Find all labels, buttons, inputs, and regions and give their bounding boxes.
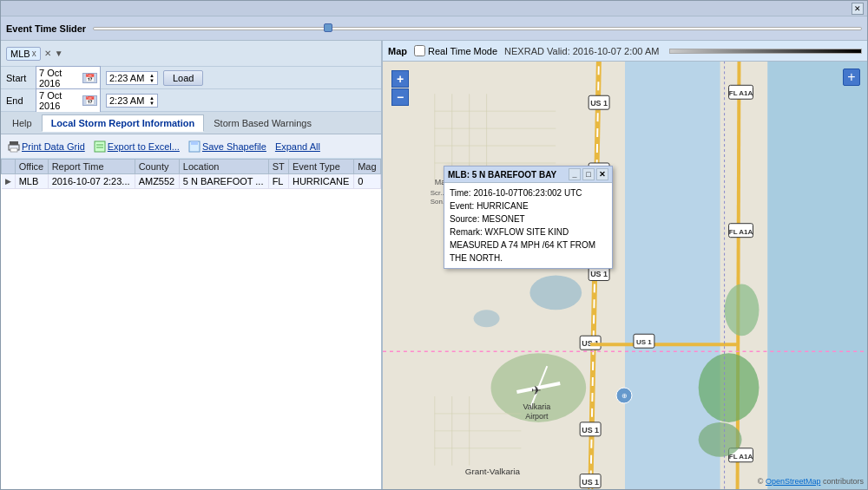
svg-rect-9 (383, 62, 660, 489)
svg-text:FL A1A: FL A1A (729, 89, 753, 97)
data-table-container: Office Report Time County Location ST Ev… (1, 159, 381, 489)
end-label: End (6, 95, 30, 106)
svg-text:✈: ✈ (531, 383, 542, 397)
popup-title-text: MLB: 5 N BAREFOOT BAY (448, 170, 556, 180)
start-row: Start 7 Oct 2016 📅 2:23 AM ▲▼ Load (1, 67, 381, 89)
svg-rect-3 (95, 141, 105, 152)
openstreetmap-link[interactable]: OpenStreetMap (766, 477, 821, 486)
col-event-type: Event Type (288, 160, 353, 174)
svg-point-47 (474, 310, 500, 327)
map-attribution: © OpenStreetMap contributors (758, 477, 864, 486)
popup-event: Event: HURRICANE (450, 199, 607, 212)
popup-close[interactable]: ✕ (596, 168, 608, 180)
popup-controls: _ □ ✕ (569, 168, 608, 180)
col-office: Office (15, 160, 48, 174)
slider-bar: Event Time Slider (1, 16, 867, 41)
col-county: County (135, 160, 179, 174)
expand-label: Expand All (275, 141, 320, 152)
mlb-dropdown-btn[interactable]: ▼ (55, 49, 63, 58)
print-button[interactable]: Print Data Grid (4, 139, 89, 154)
export-icon (94, 140, 106, 153)
tabs-row: Help Local Storm Report Information Stor… (1, 112, 381, 134)
right-panel: Map Real Time Mode NEXRAD Valid: 2016-10… (383, 41, 867, 489)
data-table: Office Report Time County Location ST Ev… (1, 159, 381, 189)
svg-text:Airport: Airport (525, 412, 549, 421)
svg-text:US 1: US 1 (590, 99, 608, 108)
row-location: 5 N BAREFOOT ... (179, 174, 268, 189)
row-report-time: 2016-10-07 2:23... (48, 174, 135, 189)
save-icon (188, 140, 201, 153)
tab-storm-warnings[interactable]: Storm Based Warnings (204, 114, 321, 131)
svg-text:⊕: ⊕ (621, 392, 628, 400)
row-mag: 0 (354, 174, 381, 189)
svg-point-38 (699, 353, 760, 422)
real-time-label: Real Time Mode (428, 46, 497, 56)
print-label: Print Data Grid (22, 141, 85, 152)
table-row[interactable]: ▶ MLB 2016-10-07 2:23... AMZ552 5 N BARE… (2, 174, 381, 189)
slider-track[interactable] (93, 27, 862, 30)
tab-help[interactable]: Help (3, 114, 42, 131)
mlb-tag-close[interactable]: x (32, 49, 36, 58)
popup-body: Time: 2016-10-07T06:23:002 UTC Event: HU… (444, 183, 612, 268)
attribution-contributors: contributors (820, 477, 864, 486)
start-label: Start (6, 73, 30, 83)
start-time-value: 2:23 AM (109, 73, 144, 83)
svg-rect-0 (10, 141, 18, 145)
mlb-tag-label: MLB (10, 49, 30, 59)
real-time-mode[interactable]: Real Time Mode (414, 45, 497, 56)
popup-maximize[interactable]: □ (582, 168, 595, 180)
attribution-text: © (758, 477, 766, 486)
tab-local-storm[interactable]: Local Storm Report Information (42, 114, 205, 132)
export-button[interactable]: Export to Excel... (90, 139, 183, 154)
map-popup: MLB: 5 N BAREFOOT BAY _ □ ✕ Time: 2016-1… (444, 166, 613, 269)
popup-title-bar: MLB: 5 N BAREFOOT BAY _ □ ✕ (444, 167, 612, 183)
save-label: Save Shapefile (202, 141, 266, 152)
start-date-picker-btn[interactable]: 📅 (82, 73, 97, 83)
map-area[interactable]: US 1 US 1 US 1 US 1 US 1 US 1 FL A1A (383, 62, 867, 489)
start-time-arrows[interactable]: ▲▼ (149, 73, 155, 83)
svg-text:Grant-Valkaria: Grant-Valkaria (465, 467, 521, 476)
end-time-arrows[interactable]: ▲▼ (149, 95, 155, 106)
real-time-checkbox[interactable] (414, 45, 425, 56)
svg-point-39 (699, 422, 742, 457)
start-time-input[interactable]: 2:23 AM ▲▼ (106, 71, 158, 85)
start-date-value: 7 Oct 2016 (39, 68, 82, 88)
nexrad-colorbar (669, 49, 862, 54)
zoom-in-button[interactable]: + (391, 70, 409, 88)
mlb-tag: MLB x (6, 47, 41, 61)
col-st: ST (268, 160, 288, 174)
window-close[interactable]: ✕ (852, 3, 864, 15)
popup-minimize[interactable]: _ (569, 168, 581, 180)
popup-source: Source: MESONET (450, 212, 607, 225)
svg-text:Valkaria: Valkaria (523, 402, 551, 411)
end-date-picker-btn[interactable]: 📅 (82, 95, 97, 106)
popup-time: Time: 2016-10-07T06:23:002 UTC (450, 186, 607, 199)
end-date-input[interactable]: 7 Oct 2016 📅 (36, 88, 101, 113)
export-label: Export to Excel... (108, 141, 180, 152)
row-icon: ▶ (2, 174, 16, 189)
end-time-input[interactable]: 2:23 AM ▲▼ (106, 94, 158, 108)
table-header-row: Office Report Time County Location ST Ev… (2, 160, 381, 174)
popup-remark-text: MEASURED A 74 MPH /64 KT FROM THE NORTH. (450, 238, 607, 265)
col-location: Location (179, 160, 268, 174)
toolbar: Print Data Grid Export to Excel... Save … (1, 134, 381, 159)
svg-line-27 (738, 62, 740, 489)
map-expand-button[interactable]: + (843, 69, 860, 86)
start-date-input[interactable]: 7 Oct 2016 📅 (36, 66, 101, 90)
row-event-type: HURRICANE (288, 174, 353, 189)
svg-text:US 1: US 1 (582, 426, 599, 434)
popup-remark-label: Remark: WXFLOW SITE KIND (450, 225, 607, 238)
row-county: AMZ552 (135, 174, 179, 189)
row-st: FL (268, 174, 288, 189)
svg-text:US 1: US 1 (582, 478, 599, 487)
save-shapefile-button[interactable]: Save Shapefile (185, 139, 270, 154)
load-button[interactable]: Load (163, 70, 203, 86)
svg-text:FL A1A: FL A1A (729, 228, 753, 236)
mlb-clear-btn[interactable]: ✕ (44, 49, 51, 58)
zoom-out-button[interactable]: − (391, 88, 409, 106)
slider-thumb[interactable] (324, 23, 332, 32)
expand-all-button[interactable]: Expand All (272, 140, 324, 154)
col-icon (2, 160, 16, 174)
map-background: US 1 US 1 US 1 US 1 US 1 US 1 FL A1A (383, 62, 867, 489)
svg-rect-2 (10, 148, 17, 152)
